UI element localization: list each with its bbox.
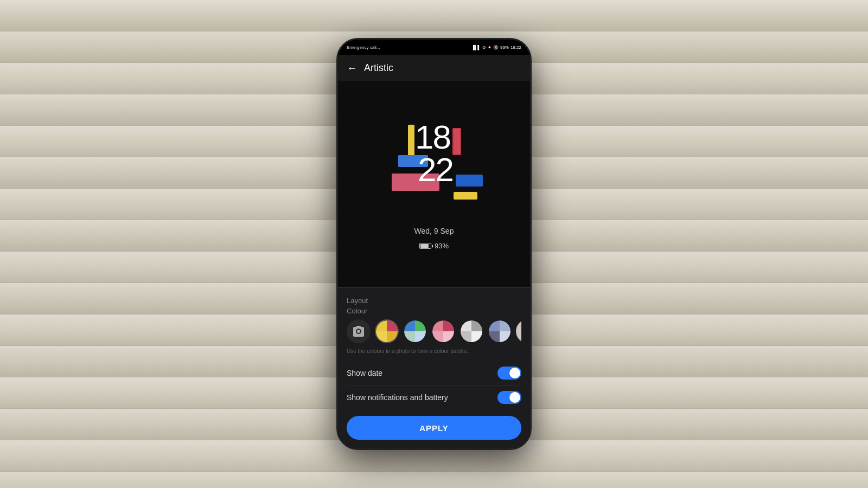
wifi-icon: ⊙ [482, 45, 486, 50]
swatch-pink-red[interactable] [431, 319, 455, 343]
battery-fill [420, 244, 429, 248]
swatch-blue-gray[interactable] [488, 319, 512, 343]
preview-area: 18 22 Wed, 9 Sep 93% [338, 81, 530, 287]
swatch-blue-green[interactable] [403, 319, 427, 343]
svg-point-0 [357, 330, 360, 333]
swatch-camera[interactable] [347, 319, 371, 343]
battery-percent: 93% [435, 242, 449, 250]
rect-yellow-bottom [454, 192, 477, 200]
clock-hours: 18 [415, 120, 450, 154]
bt-icon: ✦ [488, 45, 492, 50]
battery-icon [419, 243, 431, 249]
rect-red-tall [452, 128, 461, 155]
swatch-yellow-red[interactable] [375, 319, 399, 343]
swatch-white-gray[interactable] [459, 319, 483, 343]
phone: Emergency call... ▐▌▌ ⊙ ✦ 🔇 93% 18:22 ← … [336, 38, 532, 450]
date-display: Wed, 9 Sep [414, 227, 454, 235]
colour-swatches [347, 319, 521, 343]
signal-icon: ▐▌▌ [471, 45, 481, 50]
rect-blue-right [456, 175, 483, 187]
colour-label: Colour [347, 307, 521, 315]
app-bar: ← Artistic [338, 55, 530, 81]
svg-point-6 [517, 320, 521, 342]
back-button[interactable]: ← [347, 62, 358, 74]
mute-icon: 🔇 [493, 45, 499, 50]
show-date-toggle[interactable] [497, 367, 521, 380]
status-bar-right: ▐▌▌ ⊙ ✦ 🔇 93% 18:22 [471, 45, 521, 50]
apply-button[interactable]: APPLY [347, 416, 521, 440]
show-date-row: Show date [347, 361, 521, 386]
settings-panel: Layout Colour [338, 287, 530, 448]
swatch-partial[interactable] [516, 319, 521, 343]
status-bar: Emergency call... ▐▌▌ ⊙ ✦ 🔇 93% 18:22 [338, 40, 530, 55]
phone-wrapper: Emergency call... ▐▌▌ ⊙ ✦ 🔇 93% 18:22 ← … [336, 38, 532, 450]
layout-label: Layout [347, 297, 521, 305]
show-notifications-label: Show notifications and battery [347, 393, 448, 402]
battery-row: 93% [419, 242, 449, 250]
time-status: 18:22 [510, 45, 521, 50]
show-date-label: Show date [347, 369, 382, 377]
clock-minutes: 22 [418, 153, 453, 187]
colour-hint: Use the colours in a photo to form a col… [347, 348, 521, 355]
rect-yellow-left [408, 125, 414, 157]
show-notifications-row: Show notifications and battery [347, 386, 521, 409]
show-notifications-toggle[interactable] [497, 391, 521, 404]
artistic-clock: 18 22 [374, 118, 494, 216]
status-bar-left: Emergency call... [347, 45, 380, 50]
page-title: Artistic [364, 62, 393, 74]
battery-body [419, 243, 431, 249]
phone-screen: Emergency call... ▐▌▌ ⊙ ✦ 🔇 93% 18:22 ← … [338, 40, 530, 448]
battery-status: 93% [500, 45, 509, 50]
